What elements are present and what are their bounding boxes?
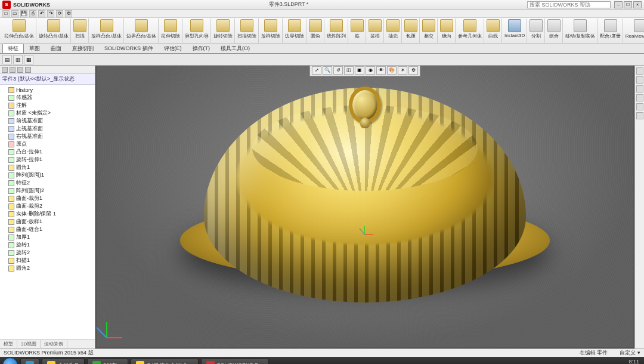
- ribbon-command[interactable]: 旋转凸台/基体: [37, 18, 71, 43]
- ribbon-command[interactable]: 边界切除: [283, 18, 306, 43]
- redo-icon[interactable]: ↷: [47, 10, 54, 17]
- system-tray[interactable]: 8:11 2018/8/17: [615, 359, 642, 364]
- command-tab[interactable]: 操作(T): [187, 44, 216, 53]
- ribbon-command[interactable]: 移动/复制实体: [564, 18, 597, 43]
- help-search-input[interactable]: [527, 1, 611, 8]
- ribbon-command[interactable]: 拔模: [367, 18, 384, 43]
- ribbon-command[interactable]: 相交: [420, 18, 438, 43]
- design-library-icon[interactable]: [636, 76, 643, 84]
- tree-node[interactable]: 旋转-拉伸1: [0, 156, 95, 164]
- view-palette-icon[interactable]: [636, 94, 643, 101]
- apply-scene-icon[interactable]: ☀: [398, 66, 407, 75]
- ribbon-command[interactable]: 边界凸台/基体: [125, 18, 159, 43]
- ribbon-command[interactable]: 扫描: [72, 18, 89, 43]
- tree-node[interactable]: History: [0, 86, 95, 94]
- tree-node[interactable]: 原点: [0, 140, 95, 148]
- section-view-icon[interactable]: ◫: [344, 66, 354, 75]
- ribbon-command[interactable]: 放样切除: [259, 18, 283, 43]
- tree-node[interactable]: 实体-删除/保留 1: [0, 210, 95, 218]
- tree-node[interactable]: 旋转2: [0, 249, 95, 257]
- panel-bottom-tab[interactable]: 运动算例: [41, 340, 67, 348]
- reference-triad[interactable]: [103, 314, 130, 341]
- taskbar-item[interactable]: SOLIDWORKS P…: [201, 359, 270, 364]
- zoom-fit-icon[interactable]: ⤢: [312, 66, 321, 75]
- panel-tab-icon[interactable]: [25, 67, 31, 73]
- ribbon-command[interactable]: 镜向: [438, 18, 456, 43]
- new-file-icon[interactable]: □: [2, 10, 10, 17]
- tree-node[interactable]: 阵列(圆周)2: [0, 187, 95, 195]
- tree-node[interactable]: 阵列(圆周)1: [0, 171, 95, 179]
- ribbon-command[interactable]: 抽壳: [385, 18, 402, 43]
- ribbon-command[interactable]: 组合: [546, 18, 563, 43]
- command-tab[interactable]: 草图: [24, 44, 45, 53]
- close-button[interactable]: ×: [633, 1, 642, 8]
- ribbon-command[interactable]: 包覆: [402, 18, 420, 43]
- start-button[interactable]: [2, 357, 18, 364]
- property-manager-icon[interactable]: ▥: [13, 55, 23, 64]
- tree-node[interactable]: 曲面-裁剪2: [0, 202, 95, 210]
- command-tab[interactable]: 模具工具(O): [215, 44, 255, 53]
- panel-bottom-tab[interactable]: 3D视图: [17, 340, 41, 348]
- options-icon[interactable]: ⚙: [65, 10, 72, 17]
- ribbon-command[interactable]: 筋: [349, 18, 366, 43]
- print-icon[interactable]: ⎙: [29, 10, 36, 17]
- hide-show-icon[interactable]: 👁: [376, 66, 386, 75]
- panel-bottom-tab[interactable]: 模型: [0, 340, 17, 348]
- tree-node[interactable]: 旋转1: [0, 241, 95, 249]
- taskbar-item[interactable]: 今日头条: [42, 359, 85, 364]
- feature-manager-icon[interactable]: ▤: [2, 55, 12, 64]
- tree-node[interactable]: 加厚1: [0, 233, 95, 241]
- tree-node[interactable]: 材质 <未指定>: [0, 109, 95, 117]
- previous-view-icon[interactable]: ↺: [333, 66, 343, 75]
- tree-node[interactable]: 扫描1: [0, 257, 95, 264]
- display-style-icon[interactable]: ◉: [366, 66, 375, 75]
- edit-appearance-icon[interactable]: 🎨: [387, 66, 397, 75]
- undo-icon[interactable]: ↶: [38, 10, 45, 17]
- tree-node[interactable]: 凸台-拉伸1: [0, 148, 95, 156]
- ribbon-command[interactable]: 异型孔向导: [183, 18, 211, 43]
- command-tab[interactable]: 特征: [2, 44, 24, 53]
- tree-node[interactable]: 曲面-缝合1: [0, 226, 95, 233]
- ribbon-command[interactable]: 线性阵列: [325, 18, 348, 43]
- ribbon-command[interactable]: 分割: [528, 18, 545, 43]
- panel-tab-icon[interactable]: [17, 67, 23, 73]
- command-tab[interactable]: SOLIDWORKS 插件: [99, 44, 159, 53]
- ribbon-command[interactable]: 曲线: [485, 18, 502, 43]
- command-tab[interactable]: 评估(E): [159, 44, 187, 53]
- ribbon-command[interactable]: 参考几何体: [456, 18, 484, 43]
- save-icon[interactable]: 💾: [20, 10, 27, 17]
- command-tab[interactable]: 曲面: [45, 44, 67, 53]
- custom-properties-icon[interactable]: [636, 112, 643, 119]
- file-explorer-icon[interactable]: [636, 85, 643, 92]
- tree-node[interactable]: 特征2: [0, 179, 95, 187]
- ribbon-command[interactable]: 旋转切除: [212, 18, 235, 43]
- command-tab[interactable]: 直接切割: [67, 44, 99, 53]
- minimize-button[interactable]: –: [614, 1, 623, 8]
- panel-tab-icon[interactable]: [10, 67, 16, 73]
- status-custom-menu[interactable]: 自定义 ▾: [620, 349, 640, 357]
- config-manager-icon[interactable]: ▦: [24, 55, 33, 64]
- ribbon-command[interactable]: 放样凸台/基体: [89, 18, 123, 43]
- rebuild-icon[interactable]: ⟳: [56, 10, 63, 17]
- resources-icon[interactable]: [636, 67, 643, 75]
- panel-tab-icon[interactable]: [2, 67, 8, 73]
- view-settings-icon[interactable]: ⚙: [408, 66, 418, 75]
- ribbon-command[interactable]: 拉伸切除: [159, 18, 182, 43]
- tree-node[interactable]: 上视基准面: [0, 125, 95, 132]
- tree-node[interactable]: 曲面-裁剪1: [0, 195, 95, 202]
- ribbon-command[interactable]: Realview 图形: [624, 18, 644, 43]
- zoom-area-icon[interactable]: 🔍: [323, 66, 332, 75]
- tree-node[interactable]: 传感器: [0, 94, 95, 101]
- tree-node[interactable]: 圆角1: [0, 164, 95, 171]
- open-file-icon[interactable]: ▭: [11, 10, 18, 17]
- ribbon-command[interactable]: 圆角: [307, 18, 324, 43]
- tree-node[interactable]: 前视基准面: [0, 117, 95, 125]
- graphics-viewport[interactable]: ⤢ 🔍 ↺ ◫ ▣ ◉ 👁 🎨 ☀ ⚙: [95, 66, 634, 348]
- ribbon-command[interactable]: 拉伸凸台/基体: [2, 18, 36, 43]
- tree-root[interactable]: 零件3 (默认<<默认>_显示状态: [0, 74, 95, 85]
- maximize-button[interactable]: □: [624, 1, 632, 8]
- taskbar-item[interactable]: G:\微信公众号\今…: [131, 359, 199, 364]
- ribbon-command[interactable]: 配合/度量: [598, 18, 623, 43]
- tree-node[interactable]: 注解: [0, 101, 95, 109]
- tree-node[interactable]: 圆角2: [0, 264, 95, 272]
